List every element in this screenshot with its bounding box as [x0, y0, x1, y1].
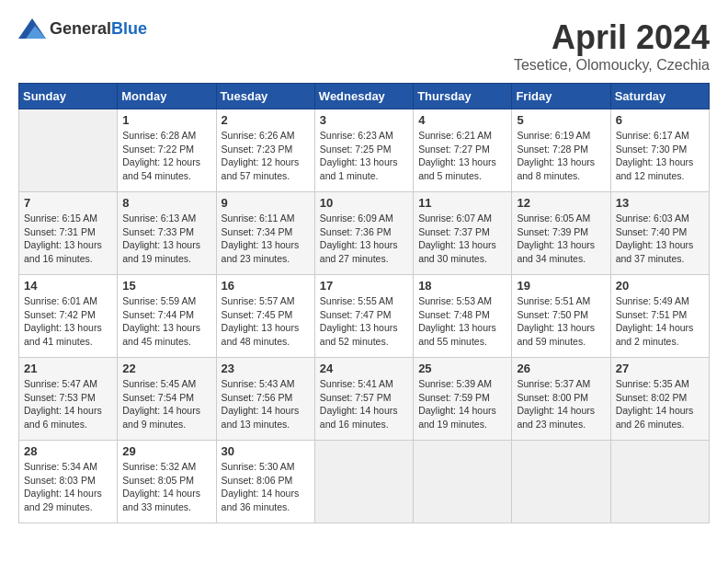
header-cell-saturday: Saturday	[610, 84, 709, 109]
day-info: Sunrise: 5:55 AM Sunset: 7:47 PM Dayligh…	[320, 294, 408, 349]
day-number: 4	[418, 113, 506, 127]
header-cell-sunday: Sunday	[19, 84, 118, 109]
calendar-body: 1Sunrise: 6:28 AM Sunset: 7:22 PM Daylig…	[19, 109, 710, 523]
calendar-cell: 30Sunrise: 5:30 AM Sunset: 8:06 PM Dayli…	[216, 441, 314, 523]
day-info: Sunrise: 6:13 AM Sunset: 7:33 PM Dayligh…	[122, 212, 210, 266]
day-number: 11	[418, 196, 506, 210]
calendar-cell: 13Sunrise: 6:03 AM Sunset: 7:40 PM Dayli…	[610, 192, 709, 275]
calendar-cell	[314, 441, 413, 523]
calendar-cell	[414, 441, 512, 523]
calendar-cell: 27Sunrise: 5:35 AM Sunset: 8:02 PM Dayli…	[610, 358, 709, 441]
calendar-cell: 3Sunrise: 6:23 AM Sunset: 7:25 PM Daylig…	[314, 109, 413, 192]
calendar-cell: 10Sunrise: 6:09 AM Sunset: 7:36 PM Dayli…	[314, 192, 413, 275]
day-number: 1	[122, 113, 210, 127]
day-number: 5	[517, 113, 605, 127]
calendar-cell	[610, 441, 709, 523]
day-number: 27	[616, 362, 704, 375]
day-info: Sunrise: 6:01 AM Sunset: 7:42 PM Dayligh…	[24, 294, 112, 349]
day-info: Sunrise: 5:35 AM Sunset: 8:02 PM Dayligh…	[616, 377, 704, 431]
calendar-cell: 12Sunrise: 6:05 AM Sunset: 7:39 PM Dayli…	[512, 192, 610, 275]
day-info: Sunrise: 6:17 AM Sunset: 7:30 PM Dayligh…	[616, 129, 704, 183]
day-info: Sunrise: 6:21 AM Sunset: 7:27 PM Dayligh…	[418, 129, 506, 183]
day-info: Sunrise: 5:53 AM Sunset: 7:48 PM Dayligh…	[418, 294, 506, 349]
calendar-cell: 23Sunrise: 5:43 AM Sunset: 7:56 PM Dayli…	[216, 358, 314, 441]
calendar-cell	[19, 109, 118, 192]
day-number: 26	[517, 362, 605, 375]
day-number: 30	[222, 444, 310, 458]
day-info: Sunrise: 6:05 AM Sunset: 7:39 PM Dayligh…	[517, 212, 605, 266]
logo: GeneralBlue	[18, 18, 147, 39]
location-subtitle: Tesetice, Olomoucky, Czechia	[514, 57, 710, 74]
calendar-cell: 26Sunrise: 5:37 AM Sunset: 8:00 PM Dayli…	[512, 358, 610, 441]
calendar-cell: 1Sunrise: 6:28 AM Sunset: 7:22 PM Daylig…	[118, 109, 216, 192]
calendar-cell: 14Sunrise: 6:01 AM Sunset: 7:42 PM Dayli…	[19, 275, 118, 358]
page-header: GeneralBlue April 2024 Tesetice, Olomouc…	[18, 18, 710, 74]
calendar-cell: 9Sunrise: 6:11 AM Sunset: 7:34 PM Daylig…	[216, 192, 314, 275]
calendar-cell: 11Sunrise: 6:07 AM Sunset: 7:37 PM Dayli…	[414, 192, 512, 275]
header-cell-tuesday: Tuesday	[216, 84, 314, 109]
day-number: 8	[122, 196, 210, 210]
calendar-week-2: 7Sunrise: 6:15 AM Sunset: 7:31 PM Daylig…	[19, 192, 710, 275]
calendar-cell: 6Sunrise: 6:17 AM Sunset: 7:30 PM Daylig…	[610, 109, 709, 192]
day-info: Sunrise: 5:49 AM Sunset: 7:51 PM Dayligh…	[616, 294, 704, 349]
day-number: 16	[222, 279, 310, 293]
day-number: 17	[320, 279, 408, 293]
day-info: Sunrise: 5:45 AM Sunset: 7:54 PM Dayligh…	[122, 377, 210, 431]
header-cell-friday: Friday	[512, 84, 610, 109]
logo-text-general: General	[50, 19, 111, 38]
header-cell-wednesday: Wednesday	[314, 84, 413, 109]
month-year-title: April 2024	[514, 18, 710, 57]
header-row: SundayMondayTuesdayWednesdayThursdayFrid…	[19, 84, 710, 109]
day-info: Sunrise: 5:32 AM Sunset: 8:05 PM Dayligh…	[122, 460, 210, 514]
day-number: 2	[222, 113, 310, 127]
day-info: Sunrise: 5:34 AM Sunset: 8:03 PM Dayligh…	[24, 460, 112, 514]
calendar-week-5: 28Sunrise: 5:34 AM Sunset: 8:03 PM Dayli…	[19, 441, 710, 523]
calendar-cell: 18Sunrise: 5:53 AM Sunset: 7:48 PM Dayli…	[414, 275, 512, 358]
calendar-cell: 25Sunrise: 5:39 AM Sunset: 7:59 PM Dayli…	[414, 358, 512, 441]
calendar-week-4: 21Sunrise: 5:47 AM Sunset: 7:53 PM Dayli…	[19, 358, 710, 441]
day-number: 19	[517, 279, 605, 293]
day-info: Sunrise: 6:23 AM Sunset: 7:25 PM Dayligh…	[320, 129, 408, 183]
day-number: 14	[24, 279, 112, 293]
day-number: 15	[122, 279, 210, 293]
day-info: Sunrise: 5:51 AM Sunset: 7:50 PM Dayligh…	[517, 294, 605, 349]
calendar-cell: 2Sunrise: 6:26 AM Sunset: 7:23 PM Daylig…	[216, 109, 314, 192]
calendar-cell	[512, 441, 610, 523]
calendar-week-1: 1Sunrise: 6:28 AM Sunset: 7:22 PM Daylig…	[19, 109, 710, 192]
calendar-header: SundayMondayTuesdayWednesdayThursdayFrid…	[19, 84, 710, 109]
day-number: 29	[122, 444, 210, 458]
logo-icon	[18, 18, 46, 39]
day-info: Sunrise: 6:19 AM Sunset: 7:28 PM Dayligh…	[517, 129, 605, 183]
day-number: 10	[320, 196, 408, 210]
day-info: Sunrise: 5:59 AM Sunset: 7:44 PM Dayligh…	[122, 294, 210, 349]
day-number: 23	[222, 362, 310, 375]
day-number: 20	[616, 279, 704, 293]
day-number: 3	[320, 113, 408, 127]
day-number: 12	[517, 196, 605, 210]
day-number: 13	[616, 196, 704, 210]
day-number: 18	[418, 279, 506, 293]
day-info: Sunrise: 6:07 AM Sunset: 7:37 PM Dayligh…	[418, 212, 506, 266]
calendar-cell: 22Sunrise: 5:45 AM Sunset: 7:54 PM Dayli…	[118, 358, 216, 441]
day-number: 6	[616, 113, 704, 127]
day-info: Sunrise: 5:57 AM Sunset: 7:45 PM Dayligh…	[222, 294, 310, 349]
day-info: Sunrise: 6:28 AM Sunset: 7:22 PM Dayligh…	[122, 129, 210, 183]
calendar-cell: 8Sunrise: 6:13 AM Sunset: 7:33 PM Daylig…	[118, 192, 216, 275]
day-info: Sunrise: 5:37 AM Sunset: 8:00 PM Dayligh…	[517, 377, 605, 431]
calendar-cell: 7Sunrise: 6:15 AM Sunset: 7:31 PM Daylig…	[19, 192, 118, 275]
day-info: Sunrise: 5:30 AM Sunset: 8:06 PM Dayligh…	[222, 460, 310, 514]
header-cell-monday: Monday	[118, 84, 216, 109]
day-info: Sunrise: 6:26 AM Sunset: 7:23 PM Dayligh…	[222, 129, 310, 183]
header-cell-thursday: Thursday	[414, 84, 512, 109]
day-number: 22	[122, 362, 210, 375]
calendar-cell: 24Sunrise: 5:41 AM Sunset: 7:57 PM Dayli…	[314, 358, 413, 441]
calendar-cell: 28Sunrise: 5:34 AM Sunset: 8:03 PM Dayli…	[19, 441, 118, 523]
day-info: Sunrise: 6:11 AM Sunset: 7:34 PM Dayligh…	[222, 212, 310, 266]
day-info: Sunrise: 6:03 AM Sunset: 7:40 PM Dayligh…	[616, 212, 704, 266]
calendar-cell: 16Sunrise: 5:57 AM Sunset: 7:45 PM Dayli…	[216, 275, 314, 358]
calendar-cell: 21Sunrise: 5:47 AM Sunset: 7:53 PM Dayli…	[19, 358, 118, 441]
calendar-cell: 17Sunrise: 5:55 AM Sunset: 7:47 PM Dayli…	[314, 275, 413, 358]
calendar-cell: 15Sunrise: 5:59 AM Sunset: 7:44 PM Dayli…	[118, 275, 216, 358]
calendar-cell: 4Sunrise: 6:21 AM Sunset: 7:27 PM Daylig…	[414, 109, 512, 192]
day-number: 7	[24, 196, 112, 210]
